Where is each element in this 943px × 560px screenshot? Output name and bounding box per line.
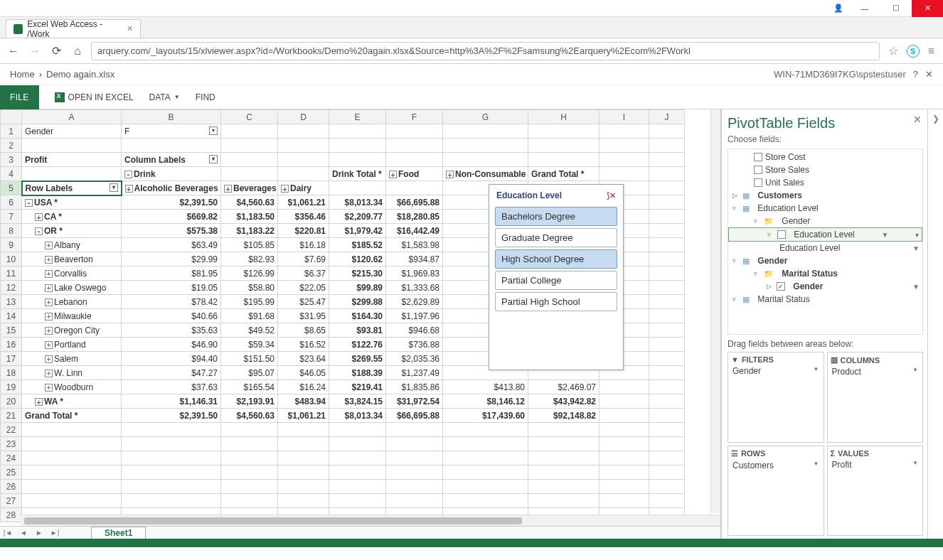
field-store-cost[interactable]: Store Cost [728,151,922,163]
row-header[interactable]: 11 [1,266,22,281]
slicer-item[interactable]: Partial College [495,271,617,290]
row-header[interactable]: 17 [1,352,22,366]
row-header[interactable]: 18 [1,366,22,380]
close-window-button[interactable]: ✕ [912,0,943,17]
filter-icon[interactable]: ▼ [912,244,920,252]
row-header[interactable]: 5 [1,181,22,195]
close-tab-icon[interactable]: ✕ [127,24,133,33]
expand-icon[interactable]: + [45,384,53,392]
expand-icon[interactable]: + [45,256,53,264]
row-label[interactable]: -OR * [22,224,122,238]
row-header[interactable]: 8 [1,224,22,238]
alc-h[interactable]: +Alcoholic Beverages [122,181,221,195]
row-header[interactable]: 28 [1,508,22,522]
expand-icon[interactable]: + [45,341,53,349]
row-header[interactable]: 24 [1,451,22,465]
col-header-J[interactable]: J [649,110,685,124]
row-label[interactable]: +Milwaukie [22,309,122,323]
slicer-item[interactable]: Partial High School [495,292,617,311]
expand-icon[interactable]: - [25,199,33,207]
dim-gender[interactable]: ▿▦ Gender [728,254,922,267]
values-area[interactable]: ΣVALUES Profit▼ [827,446,924,537]
sheet-nav-first[interactable]: |◄ [0,529,16,537]
row-label[interactable]: +W. Linn [22,366,122,380]
rows-area[interactable]: ☰ROWS Customers▼ [728,446,824,537]
col-header-D[interactable]: D [278,110,329,124]
food-h[interactable]: +Food [386,167,443,181]
column-labels[interactable]: Column Labels▾ [122,153,221,167]
row-label[interactable]: +Portland [22,338,122,352]
close-header-icon[interactable]: ✕ [925,69,933,80]
browser-tab[interactable]: Excel Web Access - /Work ✕ [6,19,141,38]
row-header[interactable]: 20 [1,394,22,409]
gender-filter-value[interactable]: F▾ [122,124,221,139]
row-header[interactable]: 12 [1,281,22,295]
bev-h[interactable]: +Beverages [221,181,278,195]
breadcrumb-file[interactable]: Demo again.xlsx [46,69,114,80]
row-label[interactable]: +Lake Oswego [22,281,122,295]
row-header[interactable]: 6 [1,195,22,210]
row-labels-cell[interactable]: Row Labels▾ [22,181,122,195]
row-header[interactable]: 23 [1,437,22,451]
row-label[interactable]: +Lebanon [22,295,122,309]
row-header[interactable]: 4 [1,167,22,181]
filters-item[interactable]: Gender▼ [731,365,821,377]
user-account-icon[interactable]: 👤 [828,0,849,17]
fields-list[interactable]: Store Cost Store Sales Unit Sales ▷▦ Cus… [728,149,923,335]
chrome-menu-icon[interactable]: ≡ [925,45,937,58]
clear-filter-icon[interactable]: ⟆✕ [607,191,616,200]
vertical-scrollbar[interactable] [710,109,720,513]
row-label[interactable]: -USA * [22,195,122,210]
close-pane-icon[interactable]: ✕ [913,114,922,125]
select-all-corner[interactable] [1,110,22,124]
bookmark-star-icon[interactable]: ☆ [885,44,901,58]
sheet-tab[interactable]: Sheet1 [91,527,146,539]
minimize-button[interactable]: — [849,0,880,17]
row-header[interactable]: 9 [1,238,22,252]
expand-icon[interactable]: + [45,370,53,377]
row-label[interactable]: +Beaverton [22,252,122,266]
filter-dropdown-icon[interactable]: ▾ [110,183,118,192]
sheet-nav-prev[interactable]: ◄ [16,529,31,537]
rows-item[interactable]: Customers▼ [731,460,821,471]
expand-icon[interactable]: + [35,213,43,221]
data-menu-button[interactable]: DATA▼ [149,92,180,102]
filter-icon[interactable]: ▼ [881,231,888,239]
sheet-nav-last[interactable]: ►| [47,529,63,537]
reload-button[interactable]: ⟳ [48,44,64,58]
col-header-A[interactable]: A [22,110,122,124]
expand-icon[interactable]: - [35,227,43,235]
expand-icon[interactable]: + [45,327,53,335]
slicer-item[interactable]: Graduate Degree [495,228,617,247]
row-header[interactable]: 1 [1,124,22,139]
row-header[interactable]: 26 [1,480,22,494]
dim-customers[interactable]: ▷▦ Customers [728,189,922,202]
open-in-excel-button[interactable]: OPEN IN EXCEL [55,92,134,102]
filter-dropdown-icon[interactable]: ▾ [209,126,218,135]
col-header-G[interactable]: G [443,110,528,124]
field-unit-sales[interactable]: Unit Sales [728,176,922,189]
breadcrumb-home[interactable]: Home [10,69,35,80]
row-header[interactable]: 10 [1,252,22,266]
filter-dropdown-icon[interactable]: ▾ [209,155,218,163]
row-label[interactable]: +WA * [22,394,122,409]
expand-icon[interactable]: + [45,270,53,278]
values-item[interactable]: Profit▼ [831,459,920,470]
row-header[interactable]: 16 [1,338,22,352]
file-menu-button[interactable]: FILE [0,85,39,109]
hier-gender-under-edu[interactable]: ▿📁 Gender [728,215,922,227]
spreadsheet-grid[interactable]: A B C D E F G H I J 1 Gender F▾ 2 3 Prof… [0,109,721,539]
row-header[interactable]: 15 [1,323,22,338]
col-header-E[interactable]: E [329,110,386,124]
row-header[interactable]: 13 [1,295,22,309]
find-button[interactable]: FIND [196,92,215,102]
expand-icon[interactable]: + [45,313,53,321]
field-store-sales[interactable]: Store Sales [728,163,922,176]
row-header[interactable]: 14 [1,309,22,323]
attr-gender[interactable]: ▷ Gender▼ [728,280,922,293]
horizontal-scrollbar[interactable] [21,515,720,526]
columns-area[interactable]: ▥COLUMNS Product▼ [827,352,924,443]
expand-icon[interactable]: + [45,284,53,292]
row-header[interactable]: 7 [1,210,22,224]
row-label[interactable]: +Oregon City [22,323,122,338]
